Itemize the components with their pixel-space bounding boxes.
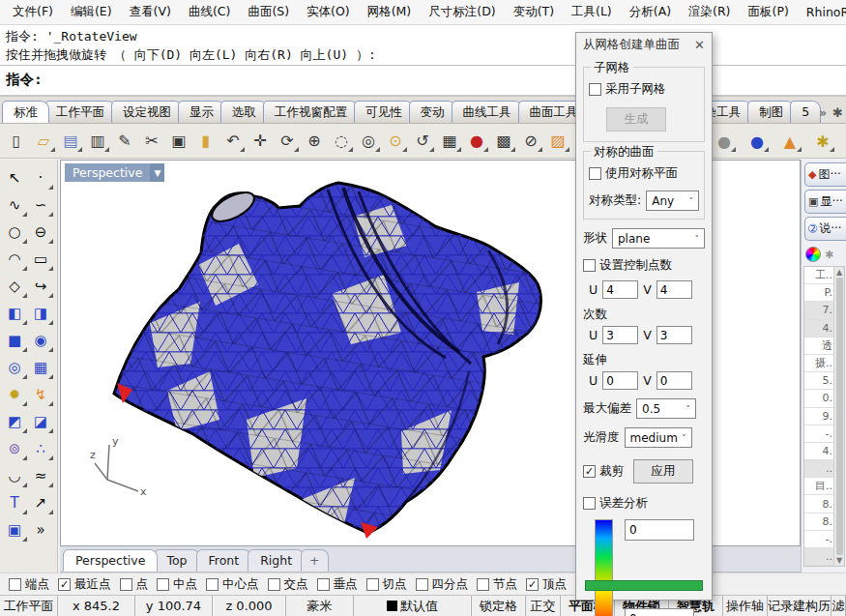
ext-v-input[interactable] [656, 371, 692, 390]
render-sphere-icon[interactable]: ● [745, 130, 769, 153]
blend-curve-icon[interactable]: ≈ [29, 463, 53, 487]
use-symmetry-checkbox[interactable] [589, 167, 601, 180]
properties-gear-icon[interactable]: ✱ [825, 249, 833, 261]
menu-tools[interactable]: 工具(L) [563, 0, 621, 24]
close-icon[interactable]: ✕ [694, 38, 705, 52]
menu-render[interactable]: 渲染(R) [680, 0, 739, 24]
save-icon[interactable]: ▤ [59, 130, 82, 153]
osnap-quadrant-checkbox[interactable] [416, 578, 428, 591]
copy-icon[interactable]: ▣ [167, 130, 190, 153]
undo-view-icon[interactable]: ↺ [411, 130, 434, 153]
explode-gear-icon[interactable]: ✹ [3, 382, 27, 406]
zoom-dynamic-icon[interactable]: ⊕ [303, 130, 326, 153]
osnap-vertex-checkbox[interactable] [526, 578, 539, 591]
rectangle-icon[interactable]: ▭ [29, 247, 53, 271]
deg-v-input[interactable] [656, 326, 692, 344]
point-cloud-icon[interactable]: ∴ [29, 436, 53, 460]
viewport-tab-right[interactable]: Right [248, 549, 305, 572]
status-gridsnap[interactable]: 锁定格 [472, 596, 526, 616]
status-units[interactable]: 豪米 [286, 596, 354, 616]
trim-row[interactable]: 裁剪 应用 [583, 459, 705, 484]
osnap-intersection[interactable]: 交点 [268, 576, 308, 593]
viewport-layout-icon[interactable]: ▦ [438, 130, 461, 153]
cp-v-input[interactable] [656, 280, 692, 299]
scrollbar-thumb[interactable] [836, 278, 843, 555]
trim-icon[interactable]: ◩ [3, 409, 27, 433]
torus-icon[interactable]: ◎ [3, 355, 27, 379]
panel-tab-display[interactable]: ▣显··· [804, 190, 846, 214]
boolean-icon[interactable]: ⊚ [3, 436, 27, 460]
curve-handle-icon[interactable]: ↪ [29, 274, 53, 298]
options-gear-icon[interactable]: ✱ [811, 130, 834, 153]
move-point-icon[interactable]: ↗ [29, 490, 53, 514]
osnap-center-checkbox[interactable] [206, 578, 219, 591]
toolbar-tab-drafting[interactable]: 制图 [747, 101, 795, 123]
panel-tab-layers[interactable]: ◆图··· [804, 162, 846, 187]
osnap-point-checkbox[interactable] [120, 578, 132, 591]
osnap-center[interactable]: 中心点 [206, 576, 259, 593]
osnap-near-checkbox[interactable] [58, 578, 71, 591]
cut-icon[interactable]: ✂ [140, 130, 163, 153]
properties-scrollbar[interactable]: ▲ ▼ [833, 267, 844, 566]
undo-icon[interactable]: ↶ [221, 130, 245, 153]
shapes-tool-icon[interactable]: ▨ [546, 130, 569, 153]
smoothness-select[interactable]: medium˅ [625, 427, 692, 448]
toolbar-tab-setview[interactable]: 设定视图 [111, 101, 183, 123]
viewport-tab-add[interactable]: + [301, 549, 328, 572]
osnap-end[interactable]: 端点 [9, 576, 49, 593]
rotate-view-icon[interactable]: ⟳ [276, 130, 299, 153]
print-icon[interactable]: ▥ [86, 130, 109, 153]
set-control-points-row[interactable]: 设置控制点数 [583, 257, 705, 274]
error-analysis-row[interactable]: 误差分析 [583, 495, 705, 512]
split-icon[interactable]: ◪ [29, 409, 53, 433]
osnap-vertex[interactable]: 顶点 [526, 576, 567, 593]
ellipse-icon[interactable]: ⊖ [29, 220, 53, 244]
toolbar-tab-standard[interactable]: 标准 [2, 101, 49, 123]
zoom-selected-icon[interactable]: ⊙ [384, 130, 407, 153]
mesh-model[interactable] [111, 178, 614, 557]
menu-transform[interactable]: 变动(T) [505, 0, 563, 24]
osnap-point[interactable]: 点 [120, 576, 149, 593]
status-cplane[interactable]: 工作平面 [0, 596, 58, 616]
status-gumball[interactable]: 操作轴 [723, 596, 768, 616]
osnap-knot-checkbox[interactable] [477, 578, 489, 591]
drafting-icon[interactable]: ▩ [492, 130, 515, 153]
circle-icon[interactable]: ○ [3, 220, 27, 244]
status-history[interactable]: 记录建构历 [768, 596, 831, 616]
menu-edit[interactable]: 编辑(E) [62, 0, 121, 24]
select-arrow-icon[interactable]: ↖ [3, 165, 27, 190]
toolbar-tab-display[interactable]: 显示 [178, 101, 225, 123]
left-toolbar-more-icon[interactable]: » [29, 517, 53, 542]
tab-gear-icon[interactable]: ✱ [830, 105, 846, 123]
ext-u-input[interactable] [602, 371, 638, 390]
osnap-quadrant[interactable]: 四分点 [416, 576, 469, 593]
viewport-tab-front[interactable]: Front [196, 549, 252, 572]
status-filter[interactable]: 过滤器 [831, 596, 846, 616]
osnap-mid-checkbox[interactable] [157, 578, 169, 591]
menu-curve[interactable]: 曲线(C) [180, 0, 239, 24]
menu-view[interactable]: 查看(V) [121, 0, 180, 24]
osnap-perpendicular[interactable]: 垂点 [317, 576, 358, 593]
axis-tool-icon[interactable]: ⊘ [519, 130, 542, 153]
deg-u-input[interactable] [602, 326, 638, 344]
zoom-window-icon[interactable]: ◌ [330, 130, 353, 153]
toolbar-tab-viewportlayout[interactable]: 工作视窗配置 [263, 101, 359, 123]
toolbar-tab-select[interactable]: 选取 [220, 101, 268, 123]
solid-spheres-icon[interactable]: ◉ [29, 328, 53, 352]
status-layer[interactable]: 默认值 [354, 596, 472, 616]
resurf-dialog-titlebar[interactable]: 从网格创建单曲面 ✕ [576, 33, 712, 56]
use-symmetry-row[interactable]: 使用对称平面 [589, 165, 699, 182]
osnap-perpendicular-checkbox[interactable] [317, 578, 330, 591]
menu-dimension[interactable]: 尺寸标注(D) [420, 0, 504, 24]
blocks-icon[interactable]: ▣ [3, 517, 27, 542]
text-icon[interactable]: T [3, 490, 27, 514]
viewport-tab-top[interactable]: Top [154, 549, 199, 572]
viewport-title[interactable]: Perspective ▼ [65, 163, 164, 182]
viewport-tab-perspective[interactable]: Perspective [63, 549, 158, 572]
error-max-input[interactable] [625, 519, 694, 541]
polygon-icon[interactable]: ◇ [3, 274, 27, 298]
scroll-up-icon[interactable]: ▲ [836, 268, 842, 277]
max-deviation-select[interactable]: 0.5˅ [636, 398, 696, 419]
tab-overflow-chevron[interactable]: » [816, 105, 830, 123]
zoom-extents-icon[interactable]: ◎ [357, 130, 380, 153]
